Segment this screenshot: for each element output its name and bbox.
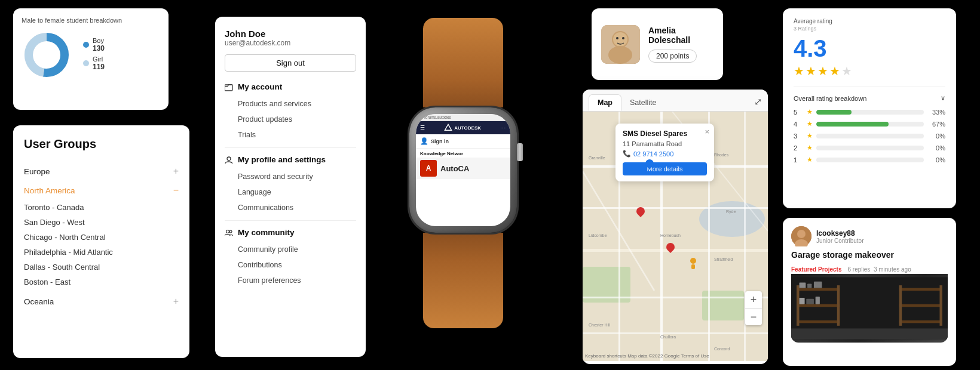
user-email: user@autodesk.com [225,39,356,47]
donut-area: Boy 130 Girl 119 [22,30,160,81]
trials-link[interactable]: Trials [225,127,356,143]
svg-point-5 [226,230,229,233]
my-profile-section: My profile and settings Password and sec… [225,155,356,215]
bar-fill-5 [816,110,852,115]
person-icon [225,156,233,164]
group-north-america[interactable]: North America − [24,181,179,200]
post-meta: 6 replies 3 minutes ago [844,266,911,273]
svg-rect-46 [797,304,840,307]
garage-image-svg [791,274,948,343]
map-popup: × SMS Diesel Spares 11 Parramatta Road 📞… [615,124,714,181]
star-3: ★ [817,64,828,78]
svg-rect-21 [583,297,768,298]
watch-crown [517,143,523,161]
sign-out-button[interactable]: Sign out [225,54,356,72]
rating-row-3: 3 ★ 0% [794,132,945,140]
divider-1 [225,147,356,148]
product-updates-link[interactable]: Product updates [225,112,356,127]
bar-bg-3 [816,134,924,138]
url-bar: 🔒 forums.autodes [416,114,510,121]
svg-point-11 [608,46,632,64]
svg-rect-40 [691,264,695,269]
svg-rect-48 [797,285,800,326]
rating-sub-label: 3 Ratings [794,26,945,32]
zoom-out-button[interactable]: − [745,309,762,325]
profile-info: Amelia Doleschall 200 points [648,26,713,63]
rating-label: Average rating [794,18,945,24]
chevron-down-icon: ∨ [941,94,945,102]
watch-navbar: ☰ AUTODESK ··· [416,121,510,134]
watch-band-top [423,18,503,107]
tab-satellite[interactable]: Satellite [621,95,664,110]
post-avatar-svg [791,226,811,246]
tab-map[interactable]: Map [589,94,621,111]
group-dallas[interactable]: Dallas - South Central [24,260,179,275]
svg-rect-22 [583,332,768,334]
star-icon: ★ [807,156,813,164]
plus-icon: + [173,166,179,177]
post-avatar [791,226,811,246]
svg-rect-60 [939,285,942,326]
password-link[interactable]: Password and security [225,169,356,184]
svg-rect-49 [837,285,840,326]
language-link[interactable]: Language [225,184,356,200]
svg-rect-53 [800,298,805,304]
autodesk-logo-icon [444,124,452,132]
group-philadelphia[interactable]: Philadelphia - Mid Atlantic [24,245,179,260]
svg-rect-55 [816,297,820,304]
product-area: A AutoCA [416,158,510,179]
community-profile-link[interactable]: Community profile [225,242,356,257]
boy-dot [83,42,89,48]
account-menu-card: John Doe user@autodesk.com Sign out My a… [215,17,366,357]
svg-rect-50 [800,283,806,288]
post-role: Junior Contributor [816,238,863,244]
products-services-link[interactable]: Products and services [225,96,356,112]
popup-phone[interactable]: 📞 02 9714 2500 [623,150,707,158]
group-europe[interactable]: Europe + [24,162,179,181]
svg-text:Chester Hill: Chester Hill [589,323,611,327]
contributions-link[interactable]: Contributions [225,257,356,273]
girl-dot [83,60,89,66]
groups-title: User Groups [24,137,179,151]
group-sandiego[interactable]: San Diego - West [24,215,179,230]
forum-preferences-link[interactable]: Forum preferences [225,273,356,288]
plus-icon-oceania: + [173,296,179,307]
rating-row-4: 4 ★ 67% [794,120,945,128]
rating-row-5: 5 ★ 33% [794,108,945,116]
svg-rect-57 [899,304,942,307]
group-chicago[interactable]: Chicago - North Central [24,230,179,245]
popup-close-button[interactable]: × [705,127,709,136]
svg-rect-19 [583,207,768,209]
profile-card: Amelia Doleschall 200 points [592,8,723,80]
expand-icon[interactable]: ⤢ [754,96,762,110]
rating-row-1: 1 ★ 0% [794,156,945,164]
group-boston[interactable]: Boston - East [24,275,179,289]
minus-icon: − [173,185,179,196]
sign-in-text: Sign in [431,138,449,144]
map-body: Granville Auburn Rhodes Ryde Lidcombe Ho… [583,112,768,361]
svg-point-13 [622,37,624,39]
svg-point-12 [616,37,618,39]
student-card-title: Male to female student breakdown [22,17,160,24]
star-4: ★ [829,64,840,78]
hamburger-icon: ☰ [420,125,425,131]
more-details-button[interactable]: More details [623,162,707,175]
zoom-in-button[interactable]: + [745,291,762,308]
bar-bg-2 [816,146,924,150]
svg-rect-20 [583,249,768,252]
breakdown-toggle[interactable]: Overall rating breakdown ∨ [794,94,945,102]
star-2: ★ [806,64,816,78]
communications-link[interactable]: Communications [225,200,356,215]
svg-rect-58 [899,320,942,323]
my-account-section: My account Products and services Product… [225,82,356,143]
post-username: lcooksey88 [816,229,863,238]
rating-stars: ★ ★ ★ ★ ★ [794,64,945,78]
group-oceania[interactable]: Oceania + [24,292,179,311]
profile-name: Amelia Doleschall [648,26,713,45]
user-groups-card: User Groups Europe + North America − Tor… [13,125,189,358]
autocad-logo: A [420,160,437,177]
my-profile-heading: My profile and settings [225,155,356,164]
star-icon: ★ [807,144,813,152]
group-toronto[interactable]: Toronto - Canada [24,200,179,215]
avatar-image [601,25,640,64]
